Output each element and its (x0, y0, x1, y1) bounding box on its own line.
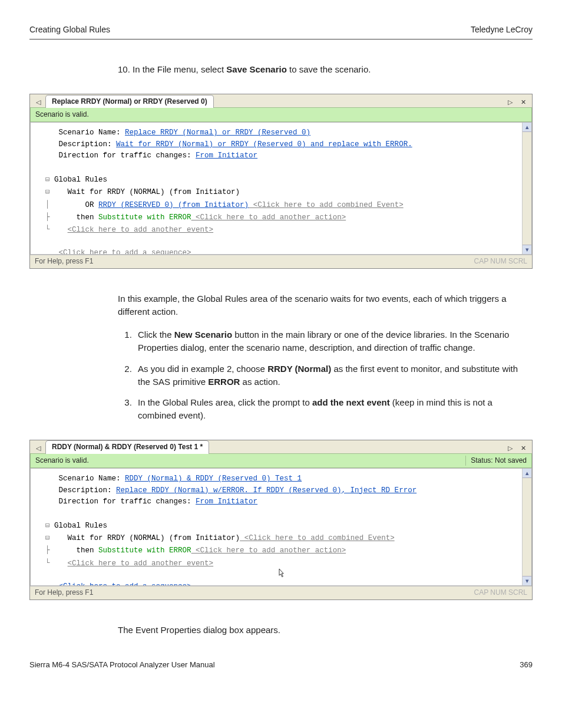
editor-pane-2: Scenario Name: RDDY (Normal) & RDDY (Res… (30, 468, 532, 586)
tree-line: │ (45, 200, 50, 209)
tab-bar: ◁ Replace RRDY (Normal) or RRDY (Reserve… (30, 94, 532, 107)
tail-content: The Event Properties dialog box appears. (29, 624, 533, 637)
cap-num-scrl: CAP NUM SCRL (474, 256, 527, 266)
status-not-saved: Status: Not saved (465, 456, 527, 466)
tab-title-2: RDDY (Normal) & RDDY (Reserved 0) Test 1… (52, 443, 203, 451)
tree-end-2: └ (45, 558, 50, 567)
scroll-up-icon[interactable]: ▴ (523, 123, 531, 132)
tab-title: Replace RRDY (Normal) or RRDY (Reserved … (52, 97, 207, 106)
li1a: Click the (138, 330, 174, 340)
step10-a: In the File menu, select (133, 64, 226, 74)
then-word-2: then (77, 546, 99, 555)
dir-value-2[interactable]: From Initiator (196, 498, 257, 506)
or-link[interactable]: RRDY (RESERVED 0) (from Initiator) (98, 201, 249, 209)
collapse-icon-2[interactable]: ⊟ (45, 187, 50, 196)
step-2: As you did in example 2, choose RRDY (No… (134, 363, 533, 388)
scrollbar-2[interactable]: ▴ ▾ (522, 469, 531, 585)
help-text-2: For Help, press F1 (35, 588, 93, 598)
step10-b: to save the scenario. (287, 64, 371, 74)
collapse-icon[interactable]: ⊟ (45, 174, 50, 183)
page-header: Creating Global Rules Teledyne LeCroy (29, 24, 533, 39)
global-rules: Global Rules (54, 176, 107, 184)
collapse-icon-b[interactable]: ⊟ (45, 521, 50, 529)
step-10: 10. In the File menu, select Save Scenar… (118, 63, 533, 76)
sn-label: Scenario Name: (59, 129, 125, 137)
add-sequence[interactable]: <Click here to add a sequence> (59, 582, 191, 586)
tab-bar-2: ◁ RDDY (Normal) & RDDY (Reserved 0) Test… (30, 440, 532, 453)
cap-num-scrl-2: CAP NUM SCRL (474, 588, 527, 598)
figure-1-scenario-editor: ◁ Replace RRDY (Normal) or RRDY (Reserve… (29, 94, 533, 269)
tab-nav-right-icon-2[interactable]: ▷ (505, 444, 515, 453)
sn-label-2: Scenario Name: (59, 475, 125, 483)
tab-nav-right-icon[interactable]: ▷ (505, 98, 515, 107)
status-text: Scenario is valid. (35, 110, 89, 120)
active-tab-2[interactable]: RDDY (Normal) & RDDY (Reserved 0) Test 1… (45, 440, 209, 453)
active-tab[interactable]: Replace RRDY (Normal) or RRDY (Reserved … (45, 95, 214, 108)
dir-value[interactable]: From Initiator (196, 151, 257, 160)
scroll-down-icon-2[interactable]: ▾ (523, 576, 531, 585)
li2e: as action. (240, 377, 280, 387)
editor-text[interactable]: Scenario Name: Replace RRDY (Normal) or … (31, 123, 522, 254)
or-hint[interactable]: <Click here to add combined Event> (249, 201, 404, 209)
step10-bold: Save Scenario (226, 64, 287, 74)
help-bar-2: For Help, press F1 CAP NUM SCRL (30, 586, 532, 599)
tail-para: The Event Properties dialog box appears. (118, 624, 533, 637)
sn-value-2[interactable]: RDDY (Normal) & RDDY (Reserved 0) Test 1 (125, 475, 302, 483)
li2d: ERROR (208, 377, 240, 387)
dir-label: Direction for traffic changes: (59, 151, 196, 160)
scrollbar[interactable]: ▴ ▾ (522, 123, 531, 254)
desc-value-2[interactable]: Replace RDDY (Normal) w/ERROR. If RDDY (… (116, 486, 416, 495)
li2a: As you did in example 2, choose (138, 364, 267, 374)
li1b: New Scenario (174, 330, 232, 340)
li3b: add the next event (312, 397, 390, 407)
tab-close-icon-2[interactable]: ✕ (518, 444, 528, 453)
collapse-icon-b2[interactable]: ⊟ (45, 533, 50, 542)
then-hint-2[interactable]: <Click here to add another action> (191, 546, 346, 555)
add-event[interactable]: <Click here to add another event> (68, 226, 214, 234)
step-3: In the Global Rules area, click the prom… (134, 396, 533, 422)
status-text-2: Scenario is valid. (35, 456, 89, 466)
step-number: 10. (118, 64, 130, 74)
steps-list: Click the New Scenario button in the mai… (118, 328, 533, 422)
sn-value[interactable]: Replace RRDY (Normal) or RRDY (Reserved … (125, 129, 310, 137)
footer-page-number: 369 (520, 660, 533, 671)
tab-nav-left-icon[interactable]: ◁ (34, 98, 43, 107)
tab-close-icon[interactable]: ✕ (518, 98, 528, 107)
header-left: Creating Global Rules (29, 24, 110, 35)
tree-branch: ├ (45, 212, 50, 221)
dir-label-2: Direction for traffic changes: (59, 498, 196, 506)
then-hint[interactable]: <Click here to add another action> (191, 213, 346, 222)
then-link-2[interactable]: Substitute with ERROR (98, 546, 191, 555)
scroll-down-icon[interactable]: ▾ (523, 245, 531, 254)
desc-value[interactable]: Wait for RRDY (Normal) or RRDY (Reserved… (116, 140, 412, 149)
step-1: Click the New Scenario button in the mai… (134, 328, 533, 354)
desc-label: Description: (59, 140, 117, 149)
mid-content: In this example, the Global Rules area o… (29, 292, 533, 422)
footer-left: Sierra M6-4 SAS/SATA Protocol Analyzer U… (29, 660, 215, 671)
tab-nav-left-icon-2[interactable]: ◁ (34, 444, 43, 453)
global-rules-2: Global Rules (54, 522, 107, 530)
add-event-2[interactable]: <Click here to add another event> (68, 559, 214, 568)
then-word: then (77, 213, 99, 222)
tree-branch-2: ├ (45, 545, 50, 554)
status-bar: Scenario is valid. (30, 107, 532, 122)
status-bar-2: Scenario is valid. Status: Not saved (30, 453, 532, 468)
editor-text-2[interactable]: Scenario Name: RDDY (Normal) & RDDY (Res… (31, 469, 522, 585)
help-text: For Help, press F1 (35, 256, 93, 266)
wait-line: Wait for RRDY (NORMAL) (from Initiator) (68, 188, 240, 196)
li3a: In the Global Rules area, click the prom… (138, 397, 312, 407)
scroll-up-icon-2[interactable]: ▴ (523, 469, 531, 478)
wait-line-2: Wait for RRDY (NORMAL) (from Initiator) (68, 534, 240, 542)
li2b: RRDY (Normal) (267, 364, 331, 374)
wait-hint-2[interactable]: <Click here to add combined Event> (240, 534, 395, 542)
page-footer: Sierra M6-4 SAS/SATA Protocol Analyzer U… (29, 660, 533, 671)
tree-end: └ (45, 225, 50, 233)
truncated-line: <Click here to add a sequence> (59, 249, 191, 254)
editor-pane: Scenario Name: Replace RRDY (Normal) or … (30, 122, 532, 255)
figure-2-scenario-editor: ◁ RDDY (Normal) & RDDY (Reserved 0) Test… (29, 440, 533, 600)
header-right: Teledyne LeCroy (471, 24, 533, 35)
content-area: 10. In the File menu, select Save Scenar… (29, 63, 533, 76)
help-bar: For Help, press F1 CAP NUM SCRL (30, 255, 532, 268)
then-link[interactable]: Substitute with ERROR (98, 213, 191, 222)
desc-label-2: Description: (59, 486, 117, 495)
